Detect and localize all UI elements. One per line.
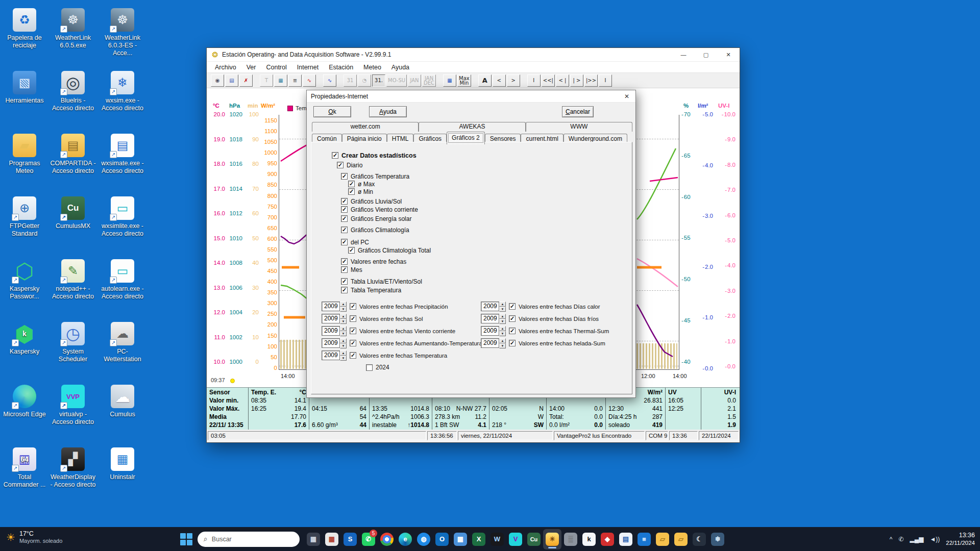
step-back-button[interactable]: < | — [556, 74, 569, 87]
option-checkbox-row[interactable]: ✓ Gráficos Viento corriente — [341, 206, 632, 213]
spin-down-icon[interactable]: ▼ — [499, 307, 506, 312]
taskbar-weather-widget[interactable]: ☀ 17°C Mayorm. soleado — [6, 530, 62, 544]
step-forward-button[interactable]: | > — [570, 74, 583, 87]
close-button[interactable]: ✕ — [717, 48, 740, 61]
spin-up-icon[interactable]: ▲ — [499, 302, 506, 307]
taskbar-app-s-icon[interactable]: S — [341, 529, 359, 549]
desktop-icon-programas-meteo-folder[interactable]: ▰ Programas Meteo — [1, 130, 48, 192]
ok-button[interactable]: Ok — [313, 106, 351, 117]
checkbox[interactable]: ✓ — [341, 258, 348, 265]
option-checkbox-row[interactable]: ✓ Diario — [337, 161, 632, 169]
desktop-icon-weatherdisplay[interactable]: ▞ ↗ WeatherDisplay - Acceso directo — [50, 443, 96, 506]
taskbar-weather-snow-icon[interactable]: ❄ — [708, 529, 727, 549]
year-input[interactable]: 2009 — [322, 302, 340, 311]
text-labels-icon[interactable]: T — [260, 74, 273, 87]
minimize-button[interactable]: — — [672, 48, 695, 61]
menu-item[interactable]: Estación — [324, 64, 358, 71]
taskbar-moon-icon[interactable]: ☾ — [690, 529, 708, 549]
maxmin-view-button[interactable]: Max Min — [457, 74, 471, 87]
spin-down-icon[interactable]: ▼ — [340, 343, 347, 348]
spin-up-icon[interactable]: ▲ — [340, 302, 347, 307]
option-checkbox-row[interactable]: ✓ Crear Datos estadísticos — [332, 152, 632, 159]
year-2024-checkbox-row[interactable]: 2024 — [366, 364, 389, 371]
taskbar-chrome-icon[interactable] — [378, 529, 396, 549]
checkbox[interactable] — [366, 364, 373, 371]
option-checkbox-row[interactable]: ✓ Gráficos Climatología Total — [348, 246, 632, 254]
desktop-icon-wxsim[interactable]: ❄ ↗ wxsim.exe - Acceso directo — [99, 67, 146, 130]
desktop-icon-notepadpp[interactable]: ✎ ↗ notepad++ - Acceso directo — [50, 255, 96, 318]
table-view-icon[interactable]: ▦ — [443, 74, 456, 87]
taskbar-widgets-icon[interactable]: ▦ — [304, 529, 323, 549]
taskbar-calendar-icon[interactable]: ▦ — [451, 529, 470, 549]
taskbar-outlook-icon[interactable]: O — [433, 529, 451, 549]
taskbar-folder2-icon[interactable]: ▱ — [672, 529, 690, 549]
spin-down-icon[interactable]: ▼ — [340, 307, 347, 312]
year-input[interactable]: 2009 — [481, 326, 499, 336]
tab[interactable]: Gráficos 2 — [447, 132, 485, 144]
checkbox[interactable]: ✓ — [350, 315, 356, 322]
help-button[interactable]: Ayuda — [369, 106, 407, 117]
menu-item[interactable]: Ver — [241, 64, 261, 71]
menu-item[interactable]: Internet — [292, 64, 324, 71]
spinner-arrows[interactable]: ▲▼ — [340, 350, 347, 360]
desktop-icon-kaspersky-password[interactable]: ⬡ ↗ Kaspersky Passwor... — [1, 255, 48, 318]
option-checkbox-row[interactable]: ✓ Gráficos Climatología — [341, 226, 632, 234]
spin-down-icon[interactable]: ▼ — [499, 343, 506, 348]
desktop-icon-virtualvp[interactable]: VVP ↗ virtualvp - Acceso directo — [50, 381, 96, 443]
checkbox[interactable]: ✓ — [332, 152, 338, 159]
year-input[interactable]: 2009 — [481, 302, 499, 311]
spin-down-icon[interactable]: ▼ — [340, 356, 347, 361]
checkbox[interactable]: ✓ — [341, 278, 348, 285]
taskbar-browser-blue-icon[interactable]: ◍ — [414, 529, 433, 549]
checkbox[interactable]: ✓ — [337, 162, 344, 168]
spinner-arrows[interactable]: ▲▼ — [340, 302, 347, 311]
chart-multi-icon[interactable]: ∿ — [323, 74, 336, 87]
desktop-icon-wxsimate[interactable]: ▤ ↗ wxsimate.exe - Acceso directo — [99, 130, 146, 192]
desktop-icon-herramientas[interactable]: ▧ Herramientas — [1, 67, 48, 130]
taskbar-app-red-icon[interactable]: ◆ — [598, 529, 617, 549]
dialog-titlebar[interactable]: Propiedades-Internet ✕ — [307, 90, 635, 103]
checkbox[interactable]: ✓ — [341, 215, 348, 222]
chart-temp-icon[interactable]: ∿ — [303, 74, 316, 87]
spinner-arrows[interactable]: ▲▼ — [340, 314, 347, 323]
year-input[interactable]: 2009 — [322, 326, 340, 336]
tray-clock[interactable]: 13:36 22/11/2024 — [946, 532, 975, 547]
desktop-icon-blueiris[interactable]: ◎ ↗ Bluelris - Acceso directo — [50, 67, 96, 130]
spin-down-icon[interactable]: ▼ — [499, 331, 506, 336]
desktop-icon-cumulusmx[interactable]: Cu ↗ CumulusMX — [50, 192, 96, 255]
taskbar-cumulusmx-icon[interactable]: Cu — [525, 529, 543, 549]
option-checkbox-row[interactable]: ✓ del PC — [341, 238, 632, 246]
option-checkbox-row[interactable]: ✓ ø Max — [348, 180, 632, 188]
save-icon[interactable]: ▤ — [225, 74, 238, 87]
checkbox[interactable]: ✓ — [350, 352, 356, 359]
checkbox[interactable]: ✓ — [348, 247, 355, 254]
spinner-arrows[interactable]: ▲▼ — [499, 338, 506, 348]
checkbox[interactable]: ✓ — [348, 188, 355, 195]
spin-down-icon[interactable]: ▼ — [340, 331, 347, 336]
prev-button[interactable]: < — [493, 74, 506, 87]
desktop-icon-weatherlink-603[interactable]: ☸ ↗ WeatherLink 6.0.3-ES - Acce... — [99, 4, 146, 67]
desktop-icon-compartida-folder[interactable]: ▤ ↗ COMPARTIDA - Acceso directo — [50, 130, 96, 192]
tab-top[interactable]: AWEKAS — [419, 122, 525, 132]
cancel-button[interactable]: Cancelar — [562, 106, 594, 117]
desktop-icon-total-commander[interactable]: ▥ 64 ↗ Total Commander ... — [1, 443, 48, 506]
taskbar-whatsapp-icon[interactable]: ✆ 5 — [359, 529, 378, 549]
taskbar-noaa-tables-icon[interactable]: ▦ — [323, 529, 341, 549]
checkbox[interactable]: ✓ — [509, 315, 516, 322]
checkbox[interactable]: ✓ — [341, 173, 348, 180]
year-input[interactable]: 2009 — [481, 338, 499, 348]
menu-item[interactable]: Control — [261, 64, 291, 71]
day-view-button[interactable]: 31. — [372, 74, 385, 87]
spin-down-icon[interactable]: ▼ — [499, 319, 506, 324]
volume-icon[interactable]: ◄)) — [929, 536, 940, 543]
spinner-arrows[interactable]: ▲▼ — [340, 338, 347, 348]
spin-up-icon[interactable]: ▲ — [499, 326, 506, 331]
taskbar-weatherlink-icon[interactable]: ▤ — [617, 529, 635, 549]
interval-end-button[interactable]: I — [599, 74, 612, 87]
jump-first-button[interactable]: <<| — [542, 74, 555, 87]
option-checkbox-row[interactable]: ✓ Gráficos Temperatura — [341, 172, 632, 180]
desktop-icon-ftpgetter[interactable]: ⊕ ↗ FTPGetter Standard — [1, 192, 48, 255]
checkbox[interactable]: ✓ — [341, 266, 348, 273]
taskbar-app-blue-icon[interactable]: ■ — [635, 529, 653, 549]
desktop-icon-autolearn[interactable]: ▭ ↗ autolearn.exe - Acceso directo — [99, 255, 146, 318]
